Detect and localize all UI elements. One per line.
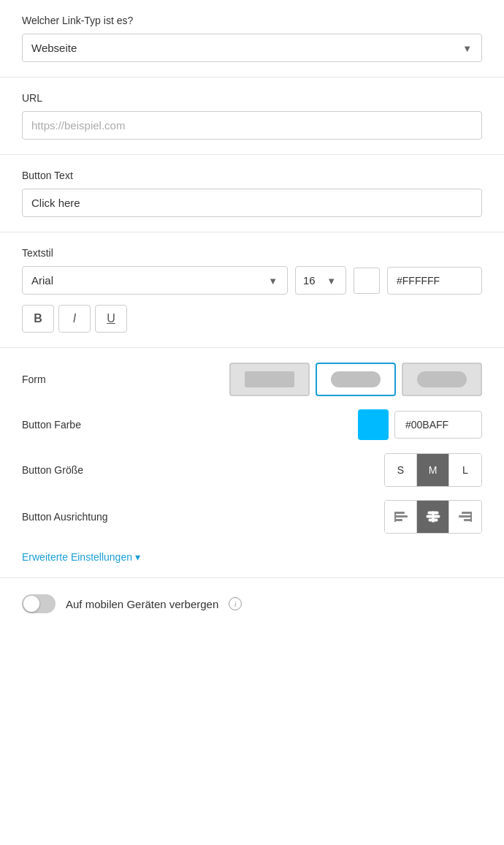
italic-icon: I: [73, 312, 76, 325]
button-text-section: Button Text: [0, 155, 504, 232]
button-options-section: Form Button Farbe Button Größe S M: [0, 348, 504, 578]
toggle-knob: [23, 596, 39, 612]
form-row: Form: [22, 363, 482, 396]
button-alignment-label: Button Ausrichtung: [22, 511, 139, 523]
link-type-select-wrapper: Webseite E-Mail Telefon Datei ▼: [22, 34, 482, 62]
bold-icon: B: [34, 312, 42, 325]
align-right-button[interactable]: [449, 501, 481, 533]
pill-shape-icon: [417, 371, 467, 387]
link-type-section: Welcher Link-Typ ist es? Webseite E-Mail…: [0, 0, 504, 77]
url-section: URL: [0, 77, 504, 155]
advanced-section: Erweiterte Einstellungen ▾: [22, 548, 482, 563]
font-size-select[interactable]: 12 14 16 18 20 24: [295, 266, 346, 295]
textstil-section: Textstil Arial Helvetica Times New Roman…: [0, 232, 504, 348]
svg-rect-7: [432, 512, 434, 522]
link-type-select[interactable]: Webseite E-Mail Telefon Datei: [22, 34, 482, 62]
button-text-input[interactable]: [22, 189, 482, 217]
format-buttons-row: B I U: [22, 305, 482, 333]
textstil-label: Textstil: [22, 247, 482, 259]
font-select[interactable]: Arial Helvetica Times New Roman Georgia …: [22, 266, 288, 295]
button-size-label: Button Größe: [22, 464, 139, 476]
bold-button[interactable]: B: [22, 305, 54, 333]
underline-icon: U: [107, 312, 115, 325]
button-color-input[interactable]: [394, 411, 482, 439]
text-color-input[interactable]: [387, 267, 482, 295]
svg-rect-11: [470, 512, 472, 522]
advanced-settings-label: Erweiterte Einstellungen: [22, 551, 132, 563]
advanced-settings-arrow: ▾: [135, 551, 140, 563]
button-size-row: Button Größe S M L: [22, 453, 482, 487]
text-color-swatch[interactable]: [354, 268, 380, 294]
rounded-shape-icon: [331, 371, 381, 387]
align-left-icon: [393, 509, 409, 525]
button-size-controls: S M L: [384, 453, 482, 487]
button-color-label: Button Farbe: [22, 419, 139, 431]
shape-pill-button[interactable]: [402, 363, 482, 396]
shape-rounded-button[interactable]: [316, 363, 396, 396]
shape-rect-button[interactable]: [229, 363, 310, 396]
button-color-row: Button Farbe: [22, 409, 482, 440]
align-center-icon: [425, 509, 441, 525]
align-left-button[interactable]: [385, 501, 417, 533]
textstil-controls-row: Arial Helvetica Times New Roman Georgia …: [22, 266, 482, 295]
size-buttons-group: S M L: [384, 453, 482, 487]
button-alignment-controls: [384, 500, 482, 534]
alignment-buttons-group: [384, 500, 482, 534]
button-text-label: Button Text: [22, 170, 482, 181]
mobile-section: Auf mobilen Geräten verbergen i: [0, 578, 504, 629]
button-alignment-row: Button Ausrichtung: [22, 500, 482, 534]
url-input[interactable]: [22, 111, 482, 140]
mobile-info-icon[interactable]: i: [229, 597, 242, 610]
svg-rect-9: [459, 515, 472, 518]
button-color-controls: [358, 409, 482, 440]
url-label: URL: [22, 92, 482, 104]
svg-rect-3: [394, 512, 396, 522]
align-center-button[interactable]: [417, 501, 449, 533]
font-select-wrapper: Arial Helvetica Times New Roman Georgia …: [22, 266, 288, 295]
link-type-label: Welcher Link-Typ ist es?: [22, 15, 482, 26]
italic-button[interactable]: I: [58, 305, 91, 333]
underline-button[interactable]: U: [95, 305, 127, 333]
mobile-label: Auf mobilen Geräten verbergen: [66, 598, 218, 610]
size-select-wrapper: 12 14 16 18 20 24 ▼: [295, 266, 346, 295]
button-color-swatch[interactable]: [358, 409, 389, 440]
size-s-button[interactable]: S: [385, 454, 417, 486]
advanced-settings-link[interactable]: Erweiterte Einstellungen ▾: [22, 551, 140, 563]
shape-buttons-group: [229, 363, 482, 396]
rect-shape-icon: [245, 371, 294, 387]
svg-rect-8: [462, 512, 472, 514]
form-label: Form: [22, 374, 139, 385]
align-right-icon: [457, 509, 473, 525]
svg-rect-0: [394, 512, 405, 514]
size-l-button[interactable]: L: [449, 454, 481, 486]
svg-rect-1: [394, 515, 408, 518]
size-m-button[interactable]: M: [417, 454, 449, 486]
mobile-toggle[interactable]: [22, 594, 56, 613]
